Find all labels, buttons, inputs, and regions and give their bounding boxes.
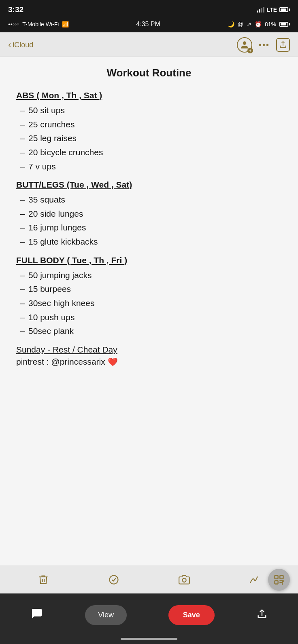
list-item: 50sec plank <box>20 324 282 338</box>
svg-rect-2 <box>275 576 278 579</box>
share-svg <box>279 41 287 49</box>
doc-toolbar <box>0 566 298 593</box>
view-button[interactable]: View <box>85 605 127 625</box>
section-header-abs: ABS ( Mon , Th , Sat ) <box>16 91 282 100</box>
camera-icon[interactable] <box>176 572 192 588</box>
chat-icon[interactable] <box>30 607 43 623</box>
more-icon[interactable]: ••• <box>259 40 270 50</box>
pinterest-text: pintrest : @princessarix <box>16 357 105 367</box>
document-title: Workout Routine <box>16 67 282 79</box>
trash-icon[interactable] <box>35 572 51 588</box>
sunday-rest-line: Sunday - Rest / Cheat Day <box>16 345 282 355</box>
status-right-icons: LTE <box>257 6 290 13</box>
arrow-icon: ↗ <box>247 21 251 27</box>
alarm-icon: ⏰ <box>255 21 262 27</box>
svg-point-1 <box>182 579 186 582</box>
full-body-exercise-list: 50 jumping jacks 15 burpees 30sec high k… <box>16 268 282 338</box>
trash-svg <box>38 574 49 585</box>
share-upload-svg <box>256 608 268 619</box>
status-bar-top: 3:32 LTE <box>0 0 298 18</box>
signal-dots: ●●○○○ <box>8 22 19 26</box>
list-item: 10 push ups <box>20 310 282 325</box>
app-nav-bar: ‹ iCloud + ••• <box>0 32 298 57</box>
chevron-left-icon: ‹ <box>8 40 11 49</box>
nav-icons: + ••• <box>237 37 290 53</box>
status-time: 3:32 <box>8 5 23 14</box>
wifi-icon: 📶 <box>62 21 69 27</box>
battery-percent: 81% <box>265 21 276 27</box>
status-right-row: 🌙 @ ↗ ⏰ 81% <box>228 21 290 27</box>
list-item: 50 sit ups <box>20 103 282 118</box>
butt-legs-exercise-list: 35 squats 20 side lunges 16 jump lunges … <box>16 193 282 249</box>
list-item: 25 crunches <box>20 118 282 132</box>
phone-content: ‹ iCloud + ••• Workout Routine ABS ( Mon… <box>0 32 298 593</box>
home-indicator-bar <box>121 638 177 640</box>
svg-point-0 <box>110 576 118 584</box>
pinterest-line: pintrest : @princessarix ❤️ <box>16 357 282 367</box>
at-icon: @ <box>238 21 243 27</box>
share-upload-icon[interactable] <box>256 608 268 622</box>
ios-nav-bar: ●●○○○ T-Mobile Wi-Fi 📶 4:35 PM 🌙 @ ↗ ⏰ 8… <box>0 18 298 32</box>
abs-exercise-list: 50 sit ups 25 crunches 25 leg raises 20 … <box>16 103 282 173</box>
carrier-left: ●●○○○ T-Mobile Wi-Fi 📶 <box>8 21 69 27</box>
save-button[interactable]: Save <box>168 605 215 625</box>
list-item: 25 leg raises <box>20 131 282 146</box>
battery-icon-2 <box>279 22 290 27</box>
person-add-icon[interactable]: + <box>237 37 252 53</box>
list-item: 20 side lunges <box>20 207 282 221</box>
camera-svg <box>179 574 190 585</box>
chat-svg <box>30 607 43 620</box>
moon-icon: 🌙 <box>228 21 234 27</box>
bottom-action-bar: View Save <box>0 593 298 638</box>
list-item: 7 v ups <box>20 160 282 174</box>
carrier-label: T-Mobile Wi-Fi <box>22 21 59 27</box>
check-svg <box>108 574 119 585</box>
svg-rect-4 <box>275 581 278 584</box>
signal-bars-icon <box>257 7 264 13</box>
list-item: 15 burpees <box>20 282 282 296</box>
back-label: iCloud <box>13 41 33 49</box>
scan-edit-svg <box>273 574 285 585</box>
list-item: 16 jump lunges <box>20 221 282 235</box>
document-area: Workout Routine ABS ( Mon , Th , Sat ) 5… <box>0 57 298 566</box>
back-button[interactable]: ‹ iCloud <box>8 40 33 49</box>
lte-label: LTE <box>267 6 277 13</box>
scan-fab-button[interactable] <box>268 569 290 591</box>
share-icon[interactable] <box>276 38 290 52</box>
list-item: 50 jumping jacks <box>20 268 282 283</box>
battery-icon <box>279 7 290 12</box>
home-indicator <box>0 638 298 644</box>
plus-badge: + <box>247 48 253 53</box>
svg-rect-3 <box>280 576 283 579</box>
list-item: 35 squats <box>20 193 282 207</box>
section-header-full-body: FULL BODY ( Tue , Th , Fri ) <box>16 255 282 265</box>
person-svg <box>240 40 249 49</box>
signature-svg <box>249 574 260 585</box>
heart-icon: ❤️ <box>108 357 118 367</box>
list-item: 20 bicycle crunches <box>20 146 282 160</box>
section-header-butt-legs: BUTT/LEGS (Tue , Wed , Sat) <box>16 180 282 190</box>
signature-icon[interactable] <box>247 572 263 588</box>
list-item: 15 glute kickbacks <box>20 235 282 249</box>
checkmark-icon[interactable] <box>106 572 122 588</box>
carrier-time: 4:35 PM <box>136 21 160 28</box>
list-item: 30sec high knees <box>20 296 282 310</box>
